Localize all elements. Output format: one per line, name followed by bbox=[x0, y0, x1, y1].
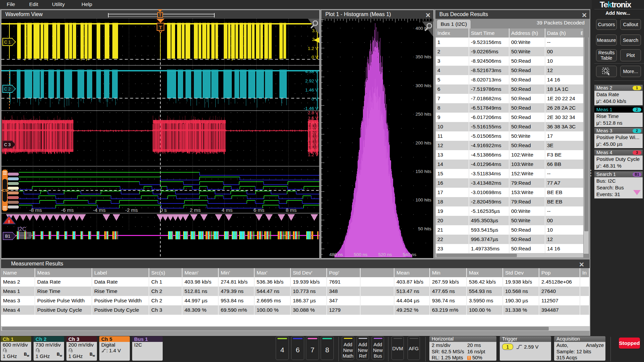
svg-text:300 hits: 300 hits bbox=[416, 83, 432, 88]
svg-text:-8 ms: -8 ms bbox=[29, 207, 42, 213]
svg-text:-2 ms: -2 ms bbox=[125, 207, 138, 213]
svg-text:540 ns: 540 ns bbox=[403, 252, 417, 257]
svg-text:2.6 V: 2.6 V bbox=[308, 116, 318, 121]
svg-text:1.46 V: 1.46 V bbox=[305, 87, 318, 93]
svg-text:1.6 V: 1.6 V bbox=[308, 142, 318, 147]
svg-text:1.2 V: 1.2 V bbox=[308, 46, 318, 51]
svg-text:350 hits: 350 hits bbox=[416, 54, 432, 59]
svg-text:0 V: 0 V bbox=[312, 55, 318, 60]
svg-text:200 hits: 200 hits bbox=[416, 140, 432, 145]
svg-text:2.92 V: 2.92 V bbox=[305, 78, 318, 83]
svg-text:B1: B1 bbox=[5, 234, 10, 239]
svg-text:6 ms: 6 ms bbox=[254, 207, 265, 213]
svg-text:8 ms: 8 ms bbox=[286, 207, 297, 213]
svg-text:C5: C5 bbox=[2, 188, 7, 192]
svg-text:1.2 V: 1.2 V bbox=[308, 152, 318, 157]
svg-text:C 2: C 2 bbox=[4, 87, 11, 92]
svg-text:500 ns: 500 ns bbox=[354, 252, 368, 257]
svg-text:1.4 V: 1.4 V bbox=[308, 147, 318, 152]
svg-text:50 hits: 50 hits bbox=[418, 226, 431, 231]
svg-text:-6 ms: -6 ms bbox=[61, 207, 74, 213]
svg-text:2 V: 2 V bbox=[312, 131, 318, 136]
svg-text:2.8 V: 2.8 V bbox=[308, 110, 318, 115]
svg-text:2.4 V: 2.4 V bbox=[308, 121, 318, 126]
svg-text:C 1: C 1 bbox=[4, 40, 11, 45]
svg-text:0 V: 0 V bbox=[312, 97, 318, 102]
svg-text:!: ! bbox=[8, 219, 10, 224]
svg-text:4.38 V: 4.38 V bbox=[305, 69, 318, 74]
svg-text:100 hits: 100 hits bbox=[416, 197, 432, 202]
svg-text:-4 ms: -4 ms bbox=[93, 207, 106, 213]
svg-text:T: T bbox=[159, 24, 162, 30]
svg-text:1.8 V: 1.8 V bbox=[308, 136, 318, 141]
svg-text:520 ns: 520 ns bbox=[378, 252, 392, 257]
svg-text:250 hits: 250 hits bbox=[416, 112, 432, 117]
svg-text:4 ms: 4 ms bbox=[222, 207, 233, 213]
svg-text:150 hits: 150 hits bbox=[416, 169, 432, 174]
svg-text:2 ms: 2 ms bbox=[190, 207, 201, 213]
svg-text:480 ns: 480 ns bbox=[329, 252, 343, 257]
svg-text:2.2 V: 2.2 V bbox=[308, 126, 318, 131]
svg-text:0 s: 0 s bbox=[160, 207, 167, 213]
svg-text:C 3: C 3 bbox=[4, 142, 11, 147]
